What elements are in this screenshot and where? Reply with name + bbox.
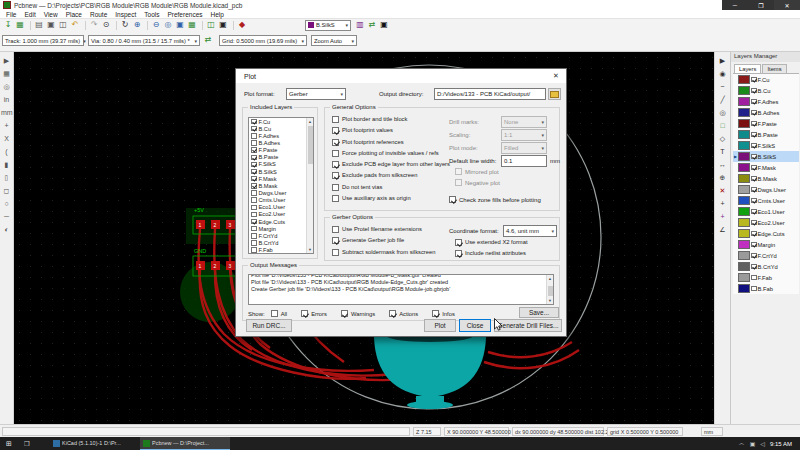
option-checkbox[interactable] xyxy=(455,239,462,246)
layer-visibility-checkbox[interactable] xyxy=(751,187,757,193)
track-width-select[interactable]: Track: 1.000 mm (39.37 mils)▾ xyxy=(2,35,84,46)
page-settings-icon[interactable]: ▤ xyxy=(34,20,44,30)
layer-color-swatch[interactable] xyxy=(738,108,750,117)
scrollbar-thumb[interactable] xyxy=(308,126,313,164)
layer-color-swatch[interactable] xyxy=(738,284,750,293)
layer-row-eco1-user[interactable]: Eco1.User xyxy=(733,206,799,217)
layer-checkbox[interactable] xyxy=(251,119,257,125)
layer-visibility-checkbox[interactable] xyxy=(751,253,757,259)
output-directory-input[interactable]: D:/Videos/133 - PCB KiCad/output/ xyxy=(434,88,546,100)
zoom-selection-icon[interactable]: ▣ xyxy=(175,20,185,30)
task-view-icon[interactable]: ❐ xyxy=(18,437,36,450)
taskbar-app[interactable]: KiCad (5.1.10)-1 D:\Pr... xyxy=(50,437,140,450)
filter-infos[interactable]: Infos xyxy=(432,310,455,317)
general-option-row[interactable]: Force plotting of invisible values / ref… xyxy=(332,150,450,157)
layer-color-swatch[interactable] xyxy=(738,185,750,194)
layer-color-swatch[interactable] xyxy=(738,207,750,216)
zoom-select[interactable]: Zoom Auto▾ xyxy=(311,35,357,46)
layer-row-edge-cuts[interactable]: Edge.Cuts xyxy=(733,228,799,239)
units-millimeters-icon[interactable]: mm xyxy=(1,107,12,118)
included-layer-row[interactable]: F.Fab xyxy=(249,247,306,254)
via-size-select[interactable]: Via: 0.80 / 0.40 mm (31.5 / 15.7 mils) *… xyxy=(88,35,200,46)
layer-color-swatch[interactable] xyxy=(738,152,750,161)
menu-help[interactable]: Help xyxy=(207,11,228,18)
add-zone-icon[interactable]: □ xyxy=(717,120,728,131)
layer-row-margin[interactable]: Margin xyxy=(733,239,799,250)
layer-visibility-checkbox[interactable] xyxy=(751,275,757,281)
maximize-icon[interactable]: ❐ xyxy=(748,0,774,10)
layer-color-swatch[interactable] xyxy=(738,273,750,282)
included-layer-row[interactable]: F.Paste xyxy=(249,147,306,154)
included-layer-row[interactable]: Margin xyxy=(249,225,306,232)
included-layer-row[interactable]: B.Cu xyxy=(249,125,306,132)
option-checkbox[interactable] xyxy=(455,250,462,257)
run-drc-button[interactable]: Run DRC... xyxy=(246,319,292,332)
general-option-row[interactable]: Use auxiliary axis as origin xyxy=(332,195,450,202)
zoom-in-icon[interactable]: ⊕ xyxy=(132,20,142,30)
network-icon[interactable]: ▣ xyxy=(750,440,756,447)
layer-visibility-checkbox[interactable] xyxy=(751,154,757,160)
generate-drill-files-button[interactable]: Generate Drill Files... xyxy=(494,319,562,332)
layer-row-b-crtyd[interactable]: B.CrtYd xyxy=(733,261,799,272)
menu-place[interactable]: Place xyxy=(62,11,86,18)
gerber-option-row[interactable]: Use extended X2 format xyxy=(455,239,528,246)
tab-layers[interactable]: Layers xyxy=(734,64,761,73)
layer-row-f-crtyd[interactable]: F.CrtYd xyxy=(733,250,799,261)
zoom-out-icon[interactable]: ⊖ xyxy=(151,20,161,30)
layer-color-swatch[interactable] xyxy=(738,86,750,95)
layer-visibility-checkbox[interactable] xyxy=(751,99,757,105)
fullscreen-monitor-icon[interactable]: ▣ xyxy=(379,20,389,30)
layer-checkbox[interactable] xyxy=(251,169,257,175)
option-checkbox[interactable] xyxy=(332,172,339,179)
included-layer-row[interactable]: F.CrtYd xyxy=(249,232,306,239)
gerber-option-row[interactable]: Generate Gerber job file xyxy=(332,237,435,244)
layer-visibility-checkbox[interactable] xyxy=(751,165,757,171)
layer-row-f-fab[interactable]: F.Fab xyxy=(733,272,799,283)
menu-route[interactable]: Route xyxy=(86,11,111,18)
layer-checkbox[interactable] xyxy=(251,197,257,203)
plot-format-select[interactable]: Gerber▾ xyxy=(286,88,346,100)
grid-visibility-icon[interactable]: ▦ xyxy=(1,68,12,79)
ratsnest-curved-icon[interactable]: ( xyxy=(1,146,12,157)
option-checkbox[interactable] xyxy=(332,237,339,244)
gerber-option-row[interactable]: Subtract soldermask from silkscreen xyxy=(332,249,435,256)
layer-row-f-cu[interactable]: F.Cu xyxy=(733,74,799,85)
swap-layer-pair-icon[interactable]: ⇄ xyxy=(203,35,213,45)
local-ratsnest-icon[interactable]: ~ xyxy=(717,81,728,92)
menu-inspect[interactable]: Inspect xyxy=(111,11,140,18)
ratsnest-show-icon[interactable]: X xyxy=(1,133,12,144)
option-checkbox[interactable] xyxy=(332,226,339,233)
scrollbar-thumb[interactable] xyxy=(548,286,553,296)
layer-visibility-checkbox[interactable] xyxy=(751,198,757,204)
included-layer-row[interactable]: F.Adhes xyxy=(249,132,306,139)
layer-color-swatch[interactable] xyxy=(738,240,750,249)
layer-color-swatch[interactable] xyxy=(738,229,750,238)
filter-checkbox[interactable] xyxy=(341,310,348,317)
layer-visibility-checkbox[interactable] xyxy=(751,77,757,83)
layer-checkbox[interactable] xyxy=(251,205,257,211)
layer-visibility-checkbox[interactable] xyxy=(751,286,757,292)
units-inches-icon[interactable]: in xyxy=(1,94,12,105)
layer-row-b-adhes[interactable]: B.Adhes xyxy=(733,107,799,118)
find-icon[interactable]: ⊙ xyxy=(101,20,111,30)
filter-all[interactable]: All xyxy=(271,310,287,317)
option-checkbox[interactable] xyxy=(332,195,339,202)
taskbar-app[interactable]: Pcbnew — D:\Project... xyxy=(140,437,230,450)
layer-checkbox[interactable] xyxy=(251,126,257,132)
save-messages-button[interactable]: Save... xyxy=(519,307,559,318)
print-icon[interactable]: ▣ xyxy=(46,20,56,30)
option-checkbox[interactable] xyxy=(332,184,339,191)
included-layer-row[interactable]: B.Adhes xyxy=(249,139,306,146)
layer-visibility-checkbox[interactable] xyxy=(751,242,757,248)
highlight-net-icon[interactable]: ◉ xyxy=(717,68,728,79)
included-layer-row[interactable]: Dwgs.User xyxy=(249,189,306,196)
layer-row-b-mask[interactable]: B.Mask xyxy=(733,173,799,184)
layer-color-swatch[interactable] xyxy=(738,218,750,227)
browse-output-directory-button[interactable] xyxy=(548,88,561,100)
add-target-icon[interactable]: ⊕ xyxy=(717,172,728,183)
layer-visibility-checkbox[interactable] xyxy=(751,209,757,215)
included-layer-row[interactable]: F.SilkS xyxy=(249,161,306,168)
layer-row-b-fab[interactable]: B.Fab xyxy=(733,283,799,294)
layer-row-f-mask[interactable]: F.Mask xyxy=(733,162,799,173)
option-checkbox[interactable] xyxy=(332,249,339,256)
